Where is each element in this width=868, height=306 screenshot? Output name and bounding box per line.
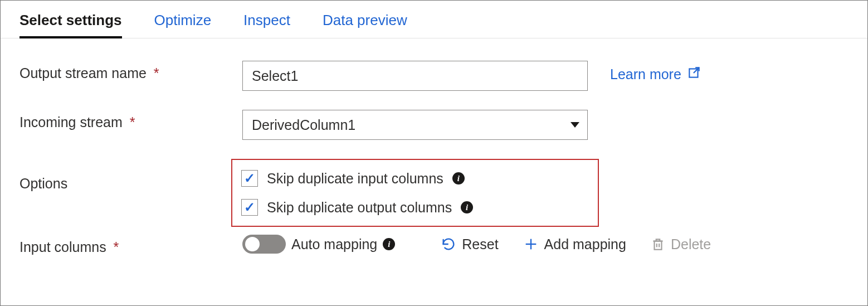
required-asterisk: * xyxy=(130,114,135,130)
info-icon[interactable]: i xyxy=(461,201,473,213)
tab-data-preview[interactable]: Data preview xyxy=(323,7,407,38)
label-text: Output stream name xyxy=(19,65,147,81)
incoming-stream-value: DerivedColumn1 xyxy=(252,117,355,133)
row-input-columns: Input columns * Auto mapping i xyxy=(19,235,849,255)
add-mapping-label: Add mapping xyxy=(544,236,626,252)
svg-rect-3 xyxy=(654,241,661,250)
delete-button: Delete xyxy=(651,236,711,252)
chevron-down-icon xyxy=(570,122,579,128)
reset-button[interactable]: Reset xyxy=(441,236,498,252)
reset-icon xyxy=(441,236,456,252)
reset-label: Reset xyxy=(462,236,498,252)
info-icon[interactable]: i xyxy=(452,172,465,184)
output-stream-name-input[interactable] xyxy=(242,61,588,91)
required-asterisk: * xyxy=(154,65,159,81)
label-text: Incoming stream xyxy=(19,114,123,130)
toggle-knob xyxy=(245,237,260,251)
label-options: Options xyxy=(19,159,242,192)
auto-mapping-label: Auto mapping xyxy=(291,236,377,252)
trash-icon xyxy=(651,237,665,251)
row-options: Options Skip duplicate input columns i S… xyxy=(19,159,849,227)
skip-dup-output-checkbox[interactable] xyxy=(241,199,258,216)
tab-optimize[interactable]: Optimize xyxy=(154,7,212,38)
label-text: Options xyxy=(19,176,67,191)
add-mapping-button[interactable]: Add mapping xyxy=(523,236,626,252)
form-area: Output stream name * Learn more xyxy=(1,38,867,255)
label-output-stream-name: Output stream name * xyxy=(19,61,242,81)
auto-mapping-toggle[interactable] xyxy=(242,235,286,254)
checkbox-row-skip-dup-input: Skip duplicate input columns i xyxy=(241,170,589,187)
label-text: Input columns xyxy=(19,239,106,255)
info-icon[interactable]: i xyxy=(383,238,395,250)
checkbox-row-skip-dup-output: Skip duplicate output columns i xyxy=(241,199,589,216)
skip-dup-input-label: Skip duplicate input columns xyxy=(267,171,443,187)
skip-dup-output-label: Skip duplicate output columns xyxy=(267,200,452,216)
input-columns-toolbar: Reset Add mapping xyxy=(441,236,711,252)
settings-panel: Select settings Optimize Inspect Data pr… xyxy=(0,0,868,306)
required-asterisk: * xyxy=(114,239,119,255)
open-external-icon xyxy=(687,65,701,83)
label-incoming-stream: Incoming stream * xyxy=(19,110,242,130)
options-highlight-box: Skip duplicate input columns i Skip dupl… xyxy=(231,159,599,227)
row-output-stream-name: Output stream name * Learn more xyxy=(19,61,849,91)
plus-icon xyxy=(523,236,539,252)
delete-label: Delete xyxy=(671,236,711,252)
learn-more-link[interactable]: Learn more xyxy=(610,61,701,83)
row-incoming-stream: Incoming stream * DerivedColumn1 xyxy=(19,110,849,140)
skip-dup-input-checkbox[interactable] xyxy=(241,170,258,187)
tab-inspect[interactable]: Inspect xyxy=(243,7,290,38)
incoming-stream-select[interactable]: DerivedColumn1 xyxy=(242,110,588,140)
tab-select-settings[interactable]: Select settings xyxy=(19,7,122,38)
label-input-columns: Input columns * xyxy=(19,235,242,255)
tab-bar: Select settings Optimize Inspect Data pr… xyxy=(1,1,867,38)
auto-mapping-group: Auto mapping i xyxy=(242,235,395,254)
learn-more-text: Learn more xyxy=(610,66,681,82)
